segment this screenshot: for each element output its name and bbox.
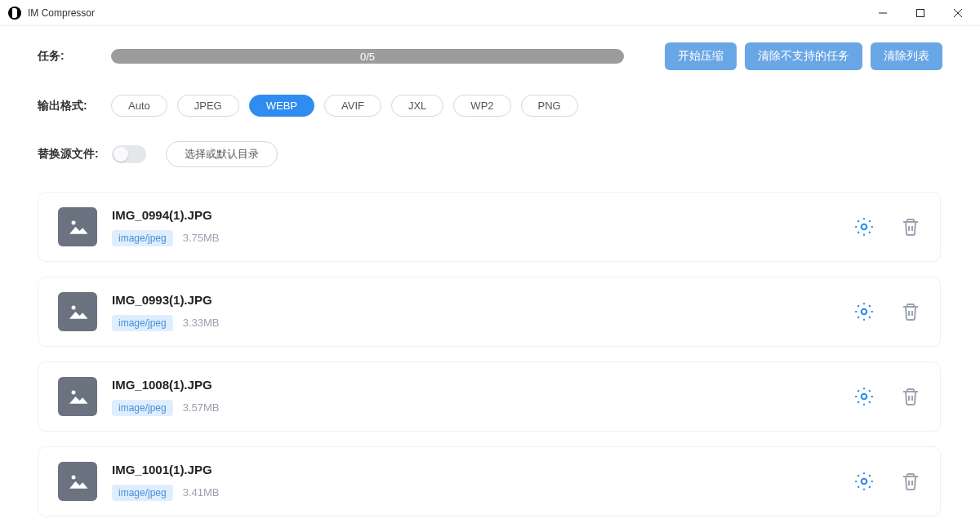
- titlebar-left: IM Compressor: [8, 7, 95, 20]
- file-delete-button[interactable]: [901, 302, 920, 321]
- trash-icon: [901, 302, 920, 321]
- svg-point-15: [72, 391, 76, 395]
- format-pill-group: AutoJPEGWEBPAVIFJXLWP2PNG: [111, 95, 578, 117]
- file-settings-button[interactable]: [853, 301, 875, 322]
- file-thumbnail: [58, 462, 97, 501]
- close-icon: [954, 9, 962, 17]
- mime-badge: image/jpeg: [112, 230, 173, 246]
- gear-icon: [853, 386, 875, 407]
- output-format-row: 输出格式: AutoJPEGWEBPAVIFJXLWP2PNG: [38, 95, 942, 117]
- file-info: IMG_0994(1).JPGimage/jpeg3.75MB: [112, 208, 839, 246]
- maximize-button[interactable]: [902, 0, 939, 26]
- window-title: IM Compressor: [28, 7, 95, 19]
- file-settings-button[interactable]: [853, 216, 875, 237]
- start-compress-button[interactable]: 开始压缩: [665, 42, 737, 70]
- file-meta: image/jpeg3.57MB: [112, 400, 839, 416]
- image-placeholder-icon: [65, 215, 90, 239]
- file-card: IMG_1008(1).JPGimage/jpeg3.57MB: [38, 361, 941, 432]
- format-pill-wp2[interactable]: WP2: [453, 95, 510, 117]
- mime-badge: image/jpeg: [112, 485, 173, 501]
- minimize-button[interactable]: [864, 0, 902, 26]
- clear-unsupported-button[interactable]: 清除不支持的任务: [745, 42, 862, 70]
- maximize-icon: [916, 9, 924, 17]
- image-placeholder-icon: [65, 299, 90, 324]
- file-size: 3.75MB: [183, 232, 220, 244]
- replace-source-label: 替换源文件:: [38, 147, 99, 162]
- svg-point-11: [862, 309, 867, 315]
- file-actions: [853, 471, 920, 492]
- file-actions: [853, 216, 920, 237]
- file-delete-button[interactable]: [901, 472, 920, 491]
- file-delete-button[interactable]: [901, 217, 920, 237]
- file-size: 3.33MB: [183, 317, 220, 329]
- image-placeholder-icon: [65, 469, 90, 494]
- progress-bar: 0/5: [111, 49, 624, 64]
- format-pill-webp[interactable]: WEBP: [249, 95, 314, 117]
- gear-icon: [853, 216, 875, 237]
- format-pill-jxl[interactable]: JXL: [391, 95, 443, 117]
- mime-badge: image/jpeg: [112, 315, 173, 331]
- file-actions: [853, 386, 920, 407]
- format-pill-avif[interactable]: AVIF: [324, 95, 381, 117]
- svg-point-5: [72, 221, 76, 225]
- svg-point-10: [72, 306, 76, 310]
- clear-list-button[interactable]: 清除列表: [871, 42, 942, 70]
- svg-point-21: [862, 479, 867, 485]
- svg-rect-1: [917, 9, 924, 16]
- file-list[interactable]: IMG_0994(1).JPGimage/jpeg3.75MBIMG_0993(…: [38, 192, 942, 523]
- file-card: IMG_1001(1).JPGimage/jpeg3.41MB: [38, 446, 941, 516]
- file-thumbnail: [58, 207, 97, 246]
- file-meta: image/jpeg3.75MB: [112, 230, 839, 246]
- format-pill-jpeg[interactable]: JPEG: [177, 95, 239, 117]
- file-thumbnail: [58, 292, 97, 331]
- file-card: IMG_0994(1).JPGimage/jpeg3.75MB: [38, 192, 941, 262]
- image-placeholder-icon: [65, 384, 90, 409]
- file-name: IMG_0993(1).JPG: [112, 293, 839, 307]
- close-button[interactable]: [939, 0, 977, 26]
- file-size: 3.57MB: [183, 401, 220, 414]
- action-buttons: 开始压缩 清除不支持的任务 清除列表: [665, 42, 942, 70]
- output-format-label: 输出格式:: [38, 99, 111, 113]
- file-info: IMG_1008(1).JPGimage/jpeg3.57MB: [112, 378, 839, 416]
- window-controls: [864, 0, 977, 26]
- mime-badge: image/jpeg: [112, 400, 173, 416]
- trash-icon: [901, 387, 920, 406]
- window-titlebar: IM Compressor: [0, 0, 980, 26]
- file-delete-button[interactable]: [901, 387, 920, 406]
- app-icon: [8, 7, 21, 20]
- choose-dir-button[interactable]: 选择或默认目录: [166, 141, 278, 167]
- file-info: IMG_1001(1).JPGimage/jpeg3.41MB: [112, 463, 839, 501]
- svg-point-20: [72, 476, 76, 480]
- trash-icon: [901, 472, 920, 491]
- svg-point-6: [862, 224, 867, 230]
- file-thumbnail: [58, 377, 97, 416]
- gear-icon: [853, 301, 875, 322]
- progress-text: 0/5: [360, 51, 375, 63]
- svg-point-16: [862, 394, 867, 400]
- file-meta: image/jpeg3.41MB: [112, 485, 839, 501]
- file-name: IMG_1008(1).JPG: [112, 378, 839, 392]
- file-name: IMG_0994(1).JPG: [112, 208, 839, 222]
- file-name: IMG_1001(1).JPG: [112, 463, 839, 476]
- gear-icon: [853, 471, 875, 492]
- file-size: 3.41MB: [183, 486, 220, 499]
- file-settings-button[interactable]: [853, 386, 875, 407]
- format-pill-png[interactable]: PNG: [521, 95, 578, 117]
- file-info: IMG_0993(1).JPGimage/jpeg3.33MB: [112, 293, 839, 331]
- file-settings-button[interactable]: [853, 471, 875, 492]
- file-actions: [853, 301, 920, 322]
- replace-source-toggle[interactable]: [112, 145, 146, 163]
- trash-icon: [901, 217, 920, 237]
- tasks-row: 任务: 0/5 开始压缩 清除不支持的任务 清除列表: [38, 42, 942, 70]
- minimize-icon: [879, 9, 887, 17]
- format-pill-auto[interactable]: Auto: [111, 95, 167, 117]
- tasks-label: 任务:: [38, 49, 111, 64]
- file-meta: image/jpeg3.33MB: [112, 315, 839, 331]
- file-card: IMG_0993(1).JPGimage/jpeg3.33MB: [38, 277, 941, 347]
- replace-source-row: 替换源文件: 选择或默认目录: [38, 141, 942, 167]
